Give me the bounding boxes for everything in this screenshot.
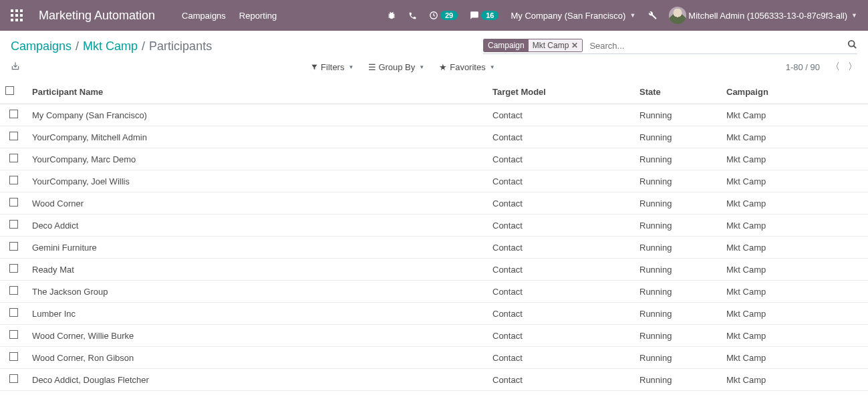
row-checkbox[interactable] [9, 154, 18, 162]
table-row[interactable]: Wood CornerContactRunningMkt Camp [0, 192, 868, 215]
cell-target-model: Contact [487, 192, 634, 215]
row-checkbox[interactable] [9, 264, 18, 273]
search-input[interactable] [587, 39, 847, 52]
table-row[interactable]: Wood Corner, Ron GibsonContactRunningMkt… [0, 347, 868, 369]
favorites-button[interactable]: ★ Favorites ▼ [439, 62, 494, 72]
row-checkbox[interactable] [9, 242, 18, 251]
row-checkbox[interactable] [9, 198, 18, 207]
debug-icon[interactable] [387, 11, 396, 20]
cell-participant-name: Ready Mat [27, 259, 487, 281]
messages-button[interactable]: 16 [470, 11, 498, 20]
header-target-model[interactable]: Target Model [487, 80, 634, 104]
cell-state: Running [634, 148, 721, 170]
select-all-checkbox[interactable] [5, 86, 14, 95]
cell-state: Running [634, 281, 721, 303]
cell-participant-name: YourCompany, Marc Demo [27, 148, 487, 170]
tools-icon[interactable] [647, 11, 657, 20]
breadcrumb-campaigns[interactable]: Campaigns [11, 39, 71, 53]
cell-participant-name: Lumber Inc [27, 303, 487, 325]
row-checkbox[interactable] [9, 352, 18, 361]
user-menu[interactable]: Mitchell Admin (1056333-13-0-87c9f3-all)… [669, 7, 857, 24]
caret-down-icon: ▼ [419, 64, 424, 70]
row-checkbox[interactable] [9, 132, 18, 140]
cell-state: Running [634, 303, 721, 325]
cell-campaign: Mkt Camp [721, 281, 868, 303]
caret-down-icon: ▼ [348, 64, 353, 70]
cell-state: Running [634, 104, 721, 126]
groupby-label: Group By [378, 62, 415, 72]
star-icon: ★ [439, 62, 447, 72]
pager-counter[interactable]: 1-80 / 90 [786, 62, 820, 72]
row-checkbox[interactable] [9, 308, 18, 317]
svg-line-2 [853, 45, 856, 48]
table-row[interactable]: My Company (San Francisco)ContactRunning… [0, 104, 868, 126]
phone-icon[interactable] [408, 11, 417, 20]
list-icon: ☰ [368, 62, 376, 72]
cell-state: Running [634, 369, 721, 391]
search-icon[interactable] [847, 39, 857, 51]
cell-participant-name: My Company (San Francisco) [27, 104, 487, 126]
table-row[interactable]: Gemini FurnitureContactRunningMkt Camp [0, 237, 868, 259]
facet-label: Campaign [484, 39, 529, 51]
cell-state: Running [634, 347, 721, 369]
row-checkbox[interactable] [9, 374, 18, 383]
groupby-button[interactable]: ☰ Group By ▼ [368, 62, 424, 72]
filter-icon [311, 63, 318, 71]
cell-target-model: Contact [487, 325, 634, 347]
company-switcher[interactable]: My Company (San Francisco) ▼ [511, 11, 635, 21]
cell-participant-name: YourCompany, Mitchell Admin [27, 126, 487, 148]
export-button[interactable] [11, 61, 20, 73]
table-row[interactable]: YourCompany, Marc DemoContactRunningMkt … [0, 148, 868, 170]
cell-target-model: Contact [487, 347, 634, 369]
facet-remove-icon[interactable]: ✕ [571, 41, 578, 50]
cell-campaign: Mkt Camp [721, 259, 868, 281]
pager-prev-button[interactable]: 〈 [831, 61, 840, 73]
table-row[interactable]: YourCompany, Joel WillisContactRunningMk… [0, 170, 868, 192]
breadcrumb: Campaigns / Mkt Camp / Participants [11, 39, 212, 53]
row-checkbox[interactable] [9, 176, 18, 184]
cell-participant-name: YourCompany, Joel Willis [27, 170, 487, 192]
cell-target-model: Contact [487, 237, 634, 259]
table-row[interactable]: YourCompany, Mitchell AdminContactRunnin… [0, 126, 868, 148]
search-facet: Campaign Mkt Camp ✕ [483, 39, 583, 52]
header-participant-name[interactable]: Participant Name [27, 80, 487, 104]
cell-state: Running [634, 259, 721, 281]
filters-button[interactable]: Filters ▼ [311, 62, 353, 72]
app-brand[interactable]: Marketing Automation [39, 9, 155, 23]
nav-menu-reporting[interactable]: Reporting [239, 11, 277, 21]
cell-campaign: Mkt Camp [721, 126, 868, 148]
row-checkbox[interactable] [9, 330, 18, 339]
cell-target-model: Contact [487, 126, 634, 148]
cell-participant-name: Wood Corner, Willie Burke [27, 325, 487, 347]
control-panel-bottom: Filters ▼ ☰ Group By ▼ ★ Favorites ▼ 1-8… [0, 57, 868, 80]
search-box[interactable]: Campaign Mkt Camp ✕ [483, 39, 857, 54]
cell-participant-name: Deco Addict [27, 215, 487, 237]
table-row[interactable]: Ready MatContactRunningMkt Camp [0, 259, 868, 281]
breadcrumb-mkt-camp[interactable]: Mkt Camp [83, 39, 138, 53]
row-checkbox[interactable] [9, 220, 18, 229]
table-row[interactable]: Deco AddictContactRunningMkt Camp [0, 215, 868, 237]
table-row[interactable]: The Jackson GroupContactRunningMkt Camp [0, 281, 868, 303]
cell-campaign: Mkt Camp [721, 104, 868, 126]
table-row[interactable]: Lumber IncContactRunningMkt Camp [0, 303, 868, 325]
cell-state: Running [634, 170, 721, 192]
header-state[interactable]: State [634, 80, 721, 104]
nav-menu-campaigns[interactable]: Campaigns [182, 11, 226, 21]
caret-down-icon: ▼ [490, 64, 495, 70]
cell-target-model: Contact [487, 170, 634, 192]
list-view[interactable]: Participant Name Target Model State Camp… [0, 80, 868, 402]
cell-target-model: Contact [487, 281, 634, 303]
row-checkbox[interactable] [9, 110, 18, 118]
apps-icon[interactable] [11, 9, 23, 21]
header-campaign[interactable]: Campaign [721, 80, 868, 104]
cell-campaign: Mkt Camp [721, 192, 868, 215]
cell-state: Running [634, 192, 721, 215]
breadcrumb-separator: / [76, 39, 79, 53]
activities-button[interactable]: 29 [429, 11, 458, 20]
table-row[interactable]: Deco Addict, Douglas FletcherContactRunn… [0, 369, 868, 391]
row-checkbox[interactable] [9, 286, 18, 295]
pager-next-button[interactable]: 〉 [848, 61, 857, 73]
cell-target-model: Contact [487, 369, 634, 391]
caret-down-icon: ▼ [851, 12, 857, 19]
table-row[interactable]: Wood Corner, Willie BurkeContactRunningM… [0, 325, 868, 347]
